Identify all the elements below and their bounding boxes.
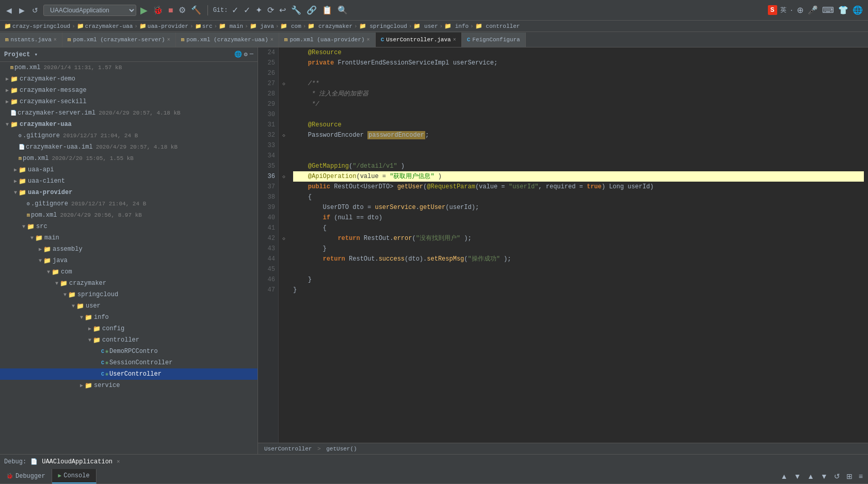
shirt-btn[interactable]: 👕 [837, 4, 849, 16]
dot-btn[interactable]: · [790, 5, 794, 16]
git-undo[interactable]: ↩ [278, 4, 287, 16]
tree-pom-provider-file[interactable]: m pom.xml 2020/4/29 20:56, 8.97 kB [0, 209, 258, 221]
tree-pom-uaa-file[interactable]: m pom.xml 2020/2/20 15:05, 1.55 kB [0, 153, 258, 164]
tree-service-pkg[interactable]: ▶ 📁 service [0, 380, 258, 391]
tab-pom-provider[interactable]: m pom.xml (uaa-provider) × [279, 33, 376, 47]
bc-main: 📁 main [219, 23, 243, 29]
ph-icon-globe[interactable]: 🌐 [234, 51, 242, 58]
brace-close-43: } [323, 245, 327, 252]
tree-crazymaker-uaa[interactable]: ▼ 📁 crazymaker-uaa [0, 119, 258, 130]
sogou-icon: S [768, 5, 777, 15]
tab-close-pom-uaa[interactable]: × [270, 37, 274, 43]
tree-pom-root[interactable]: m pom.xml 2020/1/4 11:31, 1.57 kB [0, 62, 258, 73]
build-btn1[interactable]: ⚙ [178, 4, 187, 16]
tree-crazymaker-message[interactable]: ▶ 📁 crazymaker-message [0, 85, 258, 96]
ph-icon-collapse[interactable]: — [250, 51, 253, 58]
tool-up2-btn[interactable]: ▲ [805, 471, 816, 481]
app-dropdown[interactable]: UAACloudApplication [43, 5, 136, 16]
mic-btn[interactable]: 🎤 [807, 4, 819, 16]
tree-info-pkg[interactable]: ▼ 📁 info [0, 312, 258, 323]
annotation-apioperation: @ApiOperation [308, 173, 357, 180]
git-list[interactable]: 📋 [321, 4, 333, 16]
git-star[interactable]: ✦ [254, 4, 263, 16]
run-btn[interactable]: ▶ [139, 4, 149, 17]
toolbar-right: S 英 · ⊕ 🎤 ⌨ 👕 🌐 [768, 4, 864, 16]
tree-assembly[interactable]: ▶ 📁 assembly [0, 244, 258, 255]
tree-springcloud-pkg[interactable]: ▼ 📁 springcloud [0, 289, 258, 300]
tab-close-user-controller[interactable]: × [453, 37, 456, 43]
forward-btn[interactable]: ▶ [17, 5, 27, 15]
tool-menu-btn[interactable]: ≡ [857, 471, 865, 481]
build-btn2[interactable]: 🔨 [190, 4, 202, 16]
tree-java[interactable]: ▼ 📁 java [0, 255, 258, 266]
gutter-35 [279, 161, 289, 171]
debug-close-icon[interactable]: × [117, 459, 120, 465]
git-wrench[interactable]: 🔧 [290, 4, 302, 16]
tree-demo-rpc[interactable]: C ❀ DemoRPCContro [0, 346, 258, 357]
tree-src[interactable]: ▼ 📁 src [0, 221, 258, 232]
ph-icon-settings[interactable]: ⚙ [244, 51, 248, 58]
tool-refresh-btn[interactable]: ↺ [832, 471, 842, 481]
tree-uaa-client[interactable]: ▶ 📁 uaa-client [0, 175, 258, 187]
tree-meta-pom-provider: 2020/4/29 20:56, 8.97 kB [60, 212, 141, 218]
git-check1[interactable]: ✓ [231, 4, 239, 16]
tab-pom-uaa[interactable]: m pom.xml (crazymaker-uaa) × [176, 33, 279, 47]
tree-uaa-api[interactable]: ▶ 📁 uaa-api [0, 164, 258, 175]
code-lines[interactable]: @Resource private FrontUserEndSessionSer… [289, 47, 868, 443]
tab-console[interactable]: ▶ Console [52, 469, 97, 483]
lang-btn[interactable]: 英 [779, 5, 787, 15]
back-btn[interactable]: ◀ [4, 5, 14, 15]
file-icon-session: C [101, 360, 104, 366]
code-scroll[interactable]: 24 25 26 27 28 29 30 31 32 33 34 35 36 3… [258, 47, 868, 443]
tree-config-pkg[interactable]: ▶ 📁 config [0, 323, 258, 334]
tab-close-pom-provider[interactable]: × [367, 37, 370, 43]
tab-pom-server[interactable]: m pom.xml (crazymaker-server) × [62, 33, 176, 47]
toolbar: ◀ ▶ ↺ UAACloudApplication ▶ 🐞 ■ ⚙ 🔨 Git:… [0, 0, 868, 21]
tree-crazymaker-pkg[interactable]: ▼ 📁 crazymaker [0, 278, 258, 289]
tab-debugger[interactable]: 🐞 Debugger [0, 469, 52, 483]
circle-btn[interactable]: ⊕ [796, 4, 805, 16]
tree-com[interactable]: ▼ 📁 com [0, 266, 258, 278]
tab-close-pom-server[interactable]: × [167, 37, 170, 43]
tab-label-user-controller: UserController.java [386, 37, 451, 43]
globe-btn[interactable]: 🌐 [851, 4, 864, 16]
tree-gitignore-uaa[interactable]: ⚙ .gitignore 2019/12/17 21:04, 24 B [0, 130, 258, 141]
spring-icon-user-ctrl: ❀ [105, 371, 108, 377]
tree-crazymaker-uaa-iml[interactable]: 📄 crazymaker-uaa.iml 2020/4/29 20:57, 4.… [0, 141, 258, 153]
tool-up-btn[interactable]: ▲ [778, 471, 790, 481]
tree-session-ctrl[interactable]: C ❀ SessionController [0, 357, 258, 368]
tool-grid-btn[interactable]: ⊞ [844, 471, 855, 481]
tab-close-constants[interactable]: × [54, 37, 57, 43]
project-dropdown-icon[interactable]: ▾ [34, 51, 38, 58]
tree-crazymaker-seckill[interactable]: ▶ 📁 crazymaker-seckill [0, 96, 258, 107]
git-refresh[interactable]: ⟳ [266, 4, 275, 16]
code-line-44: return RestOut.success(dto).setRespMsg("… [293, 254, 864, 264]
tree-crazymaker-server-iml[interactable]: 📄 crazymaker-server.iml 2020/4/29 20:57,… [0, 107, 258, 119]
folder-icon-uaa: 📁 [10, 121, 18, 128]
tree-crazymaker-demo[interactable]: ▶ 📁 crazymaker-demo [0, 73, 258, 85]
plain-44a: RestOut. [345, 255, 379, 263]
stop-btn[interactable]: ■ [167, 5, 174, 16]
tree-user-pkg[interactable]: ▼ 📁 user [0, 300, 258, 312]
tab-label-console: Console [63, 472, 89, 479]
gutter-39 [279, 202, 289, 213]
tab-icon-m3: m [181, 37, 185, 43]
debug-run-btn[interactable]: 🐞 [152, 4, 164, 16]
tree-uaa-provider[interactable]: ▼ 📁 uaa-provider [0, 187, 258, 198]
tree-controller-pkg[interactable]: ▼ 📁 controller [0, 334, 258, 346]
tool-down2-btn[interactable]: ▼ [818, 471, 830, 481]
tab-user-controller[interactable]: C UserController.java × [376, 33, 462, 47]
refresh-btn[interactable]: ↺ [30, 5, 40, 15]
keyboard-btn[interactable]: ⌨ [821, 4, 835, 16]
tree-user-ctrl[interactable]: C ❀ UserController [0, 368, 258, 380]
tab-constants[interactable]: m nstants.java × [0, 33, 62, 47]
code-line-41: { [293, 223, 864, 233]
git-search[interactable]: 🔍 [336, 4, 349, 16]
ln-29: 29 [261, 99, 275, 109]
tree-main[interactable]: ▼ 📁 main [0, 232, 258, 244]
tool-down-btn[interactable]: ▼ [792, 471, 803, 481]
tree-gitignore-provider[interactable]: ⚙ .gitignore 2019/12/17 21:04, 24 B [0, 198, 258, 209]
tab-feign[interactable]: C FeignConfigura [462, 33, 526, 47]
git-link[interactable]: 🔗 [306, 4, 318, 16]
git-check2[interactable]: ✓ [243, 4, 251, 16]
